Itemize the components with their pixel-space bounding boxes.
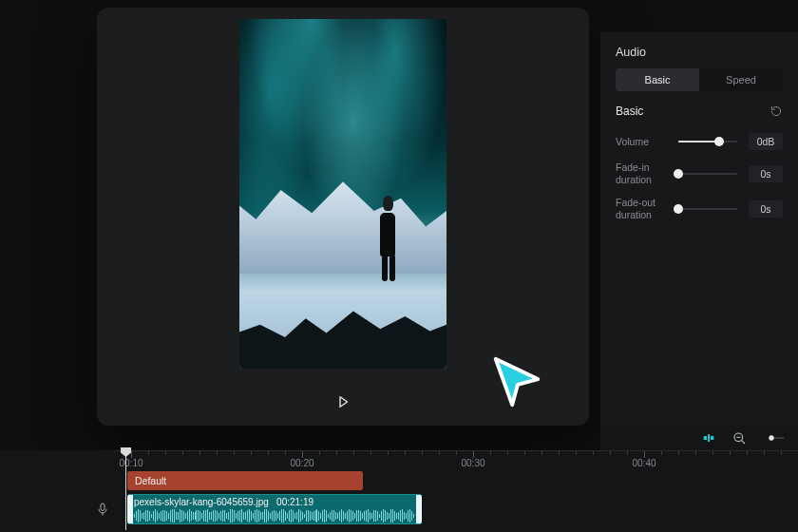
fadeout-label: Fade-out duration (616, 197, 667, 220)
clip-default[interactable]: Default (127, 471, 363, 490)
timeline-playhead[interactable] (125, 449, 126, 530)
clip-handle-right[interactable] (416, 495, 422, 523)
volume-label: Volume (616, 136, 667, 148)
svg-rect-0 (704, 436, 707, 440)
svg-rect-2 (708, 434, 710, 442)
zoom-out-icon[interactable] (732, 430, 747, 446)
clip-media-meta: pexels-skylar-kang-6045659.jpg 00:21:19 (134, 497, 415, 507)
preview-mountains (239, 169, 446, 274)
clip-filename: pexels-skylar-kang-6045659.jpg (134, 497, 269, 507)
snap-icon[interactable] (701, 430, 716, 446)
audio-tabs: Basic Speed (616, 68, 783, 91)
preview-rocks (239, 264, 446, 369)
clip-handle-left[interactable] (127, 495, 133, 523)
preview-person (372, 196, 401, 283)
tab-speed[interactable]: Speed (699, 68, 783, 91)
fadeout-row: Fade-out duration 0s (600, 191, 798, 226)
play-icon (334, 393, 352, 410)
volume-value[interactable]: 0dB (749, 133, 783, 150)
svg-rect-1 (711, 436, 713, 440)
zoom-slider-icon[interactable] (762, 430, 788, 446)
mic-icon[interactable] (95, 502, 110, 517)
play-button[interactable] (331, 390, 355, 414)
volume-slider[interactable] (678, 135, 737, 148)
clip-duration: 00:21:19 (276, 497, 314, 507)
fadein-value[interactable]: 0s (749, 165, 783, 182)
clip-media[interactable]: pexels-skylar-kang-6045659.jpg 00:21:19 (127, 494, 422, 524)
fadein-slider[interactable] (678, 167, 737, 180)
audio-title: Audio (600, 32, 798, 68)
audio-section-label: Basic (616, 104, 643, 118)
clip-default-label: Default (135, 475, 166, 486)
svg-line-4 (742, 441, 745, 444)
svg-rect-8 (101, 504, 104, 510)
timeline-tools (600, 426, 798, 450)
cursor-icon (486, 352, 545, 410)
fadein-row: Fade-in duration 0s (600, 156, 798, 191)
fadein-label: Fade-in duration (616, 162, 667, 185)
volume-row: Volume 0dB (600, 127, 798, 156)
svg-point-7 (769, 435, 773, 440)
reset-icon[interactable] (770, 104, 783, 118)
audio-panel: Audio Basic Speed Basic Volume 0dB Fade-… (600, 32, 798, 426)
fadeout-slider[interactable] (678, 202, 737, 216)
tab-basic[interactable]: Basic (616, 68, 699, 91)
clip-waveform (134, 509, 415, 522)
timeline-ruler[interactable]: 00:1000:2000:3000:40 (114, 450, 798, 469)
preview-panel (97, 8, 589, 426)
fadeout-value[interactable]: 0s (749, 200, 783, 218)
preview-media (239, 19, 446, 369)
